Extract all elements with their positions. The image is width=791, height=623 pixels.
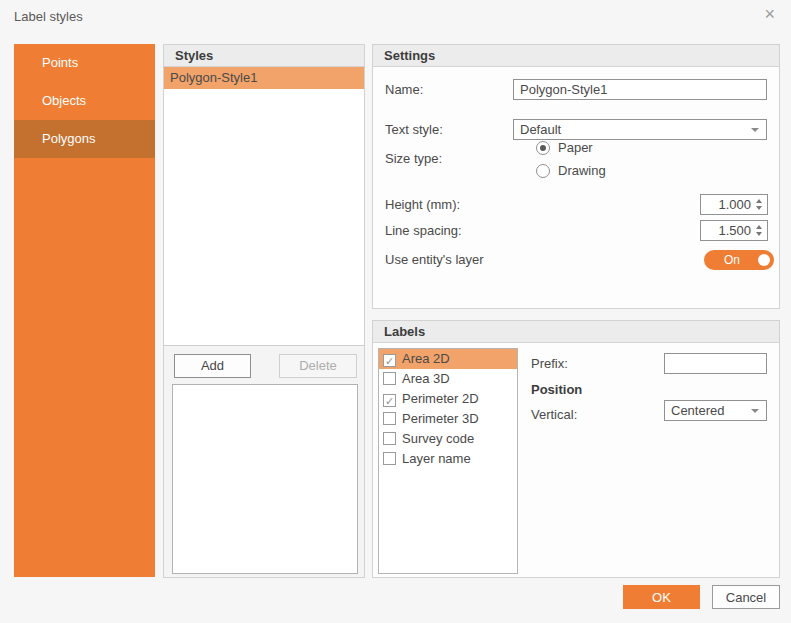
settings-panel: Settings Name: Text style: Default Size …: [372, 44, 780, 309]
toggle-knob: [758, 254, 770, 266]
cancel-button[interactable]: Cancel: [712, 585, 780, 609]
ok-button[interactable]: OK: [623, 585, 700, 609]
styles-panel: Styles Polygon-Style1 Add Delete: [163, 44, 365, 578]
labels-panel: Labels ✓Area 2D Area 3D ✓Perimeter 2D Pe…: [372, 320, 780, 578]
line-spacing-input[interactable]: [701, 221, 751, 240]
radio-paper[interactable]: Paper: [536, 140, 593, 160]
label-item-text: Survey code: [402, 431, 474, 446]
vertical-dropdown[interactable]: Centered: [664, 400, 767, 421]
vertical-label: Vertical:: [531, 405, 577, 425]
styles-panel-header: Styles: [164, 45, 364, 67]
label-checkbox-list: ✓Area 2D Area 3D ✓Perimeter 2D Perimeter…: [378, 348, 518, 574]
line-spacing-label: Line spacing:: [385, 221, 462, 241]
position-heading: Position: [531, 380, 582, 400]
style-preview-box: [172, 384, 358, 574]
chevron-down-icon: [751, 128, 759, 132]
height-stepper: [700, 194, 768, 215]
sidebar-item-points[interactable]: Points: [14, 44, 155, 82]
height-label: Height (mm):: [385, 195, 460, 215]
text-style-label: Text style:: [385, 120, 443, 140]
label-item-text: Perimeter 3D: [402, 411, 479, 426]
size-type-label: Size type:: [385, 149, 442, 169]
toggle-state-label: On: [724, 250, 740, 270]
label-item-text: Layer name: [402, 451, 471, 466]
label-item-layer-name[interactable]: Layer name: [379, 449, 517, 469]
close-icon[interactable]: ×: [764, 4, 775, 24]
prefix-field[interactable]: [664, 353, 767, 374]
checkbox-checked-icon: ✓: [383, 394, 396, 407]
spin-up-icon[interactable]: [756, 199, 762, 203]
category-sidebar: Points Objects Polygons: [14, 44, 155, 577]
sidebar-item-polygons[interactable]: Polygons: [14, 120, 155, 158]
text-style-dropdown[interactable]: Default: [513, 119, 767, 140]
style-list-item[interactable]: Polygon-Style1: [164, 67, 364, 89]
checkbox-unchecked-icon: [383, 432, 396, 445]
radio-paper-icon: [536, 141, 550, 155]
chevron-down-icon: [751, 409, 759, 413]
radio-paper-label: Paper: [558, 140, 593, 155]
label-styles-dialog: Label styles × Points Objects Polygons S…: [0, 0, 791, 623]
checkbox-checked-icon: ✓: [383, 354, 396, 367]
label-item-survey-code[interactable]: Survey code: [379, 429, 517, 449]
delete-style-button[interactable]: Delete: [279, 354, 357, 378]
use-layer-toggle[interactable]: On: [704, 250, 774, 270]
height-input[interactable]: [701, 195, 751, 214]
prefix-label: Prefix:: [531, 354, 568, 374]
label-item-text: Area 2D: [402, 351, 450, 366]
dialog-title: Label styles: [14, 9, 83, 24]
label-item-area-3d[interactable]: Area 3D: [379, 369, 517, 389]
labels-panel-header: Labels: [373, 321, 779, 343]
use-layer-label: Use entity's layer: [385, 250, 484, 270]
settings-panel-header: Settings: [373, 45, 779, 67]
name-label: Name:: [385, 80, 423, 100]
label-item-text: Perimeter 2D: [402, 391, 479, 406]
name-field[interactable]: [513, 79, 767, 100]
checkbox-unchecked-icon: [383, 372, 396, 385]
label-item-area-2d[interactable]: ✓Area 2D: [379, 349, 517, 369]
radio-drawing[interactable]: Drawing: [536, 163, 606, 183]
label-item-text: Area 3D: [402, 371, 450, 386]
vertical-value: Centered: [671, 403, 724, 418]
spin-down-icon[interactable]: [756, 206, 762, 210]
text-style-value: Default: [520, 122, 561, 137]
label-item-perimeter-3d[interactable]: Perimeter 3D: [379, 409, 517, 429]
label-item-perimeter-2d[interactable]: ✓Perimeter 2D: [379, 389, 517, 409]
checkbox-unchecked-icon: [383, 452, 396, 465]
styles-list: Polygon-Style1: [164, 67, 364, 346]
checkbox-unchecked-icon: [383, 412, 396, 425]
sidebar-item-objects[interactable]: Objects: [14, 82, 155, 120]
line-spacing-stepper: [700, 220, 768, 241]
add-style-button[interactable]: Add: [174, 354, 251, 378]
radio-drawing-label: Drawing: [558, 163, 606, 178]
radio-drawing-icon: [536, 164, 550, 178]
spin-up-icon[interactable]: [756, 225, 762, 229]
spin-down-icon[interactable]: [756, 232, 762, 236]
